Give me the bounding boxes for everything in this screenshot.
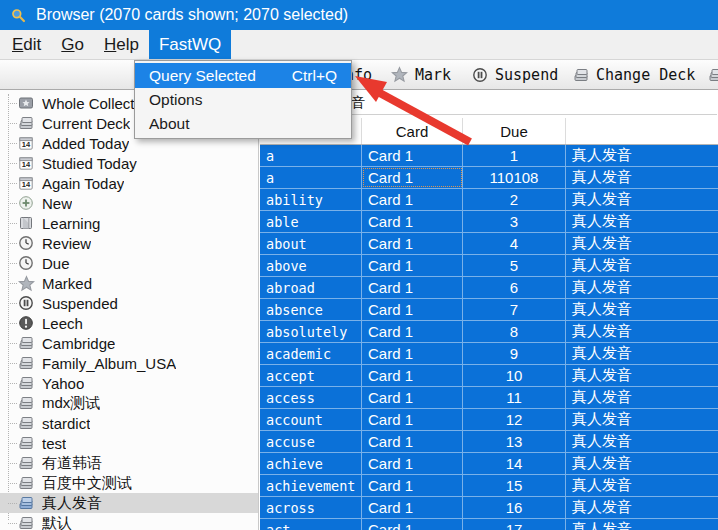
cell-deck[interactable]: 真人发音 bbox=[566, 277, 718, 298]
cell-card[interactable]: Card 1 bbox=[362, 145, 463, 166]
cell-deck[interactable]: 真人发音 bbox=[566, 519, 718, 530]
cell-deck[interactable]: 真人发音 bbox=[566, 321, 718, 342]
sidebar-item-New[interactable]: New bbox=[0, 193, 258, 213]
menu-item-options[interactable]: Options bbox=[135, 88, 351, 112]
cell-sort-field[interactable]: accept bbox=[260, 365, 362, 386]
cell-due[interactable]: 1 bbox=[463, 145, 566, 166]
cell-card[interactable]: Card 1 bbox=[362, 277, 463, 298]
sidebar-item-Due[interactable]: Due bbox=[0, 253, 258, 273]
cell-card[interactable]: Card 1 bbox=[362, 233, 463, 254]
cell-deck[interactable]: 真人发音 bbox=[566, 409, 718, 430]
cell-card[interactable]: Card 1 bbox=[362, 431, 463, 452]
cell-sort-field[interactable]: a bbox=[260, 145, 362, 166]
menu-go[interactable]: Go bbox=[51, 30, 94, 59]
cell-due[interactable]: 7 bbox=[463, 299, 566, 320]
table-row[interactable]: a Card 1 1 真人发音 bbox=[260, 145, 718, 167]
cell-sort-field[interactable]: academic bbox=[260, 343, 362, 364]
mark-button[interactable]: Mark bbox=[391, 60, 451, 89]
cell-deck[interactable]: 真人发音 bbox=[566, 211, 718, 232]
cell-card[interactable]: Card 1 bbox=[362, 409, 463, 430]
sidebar-item-Suspended[interactable]: Suspended bbox=[0, 293, 258, 313]
cell-card[interactable]: Card 1 bbox=[362, 211, 463, 232]
cell-sort-field[interactable]: about bbox=[260, 233, 362, 254]
sidebar-item-Family_Album_USA[interactable]: Family_Album_USA bbox=[0, 353, 258, 373]
cell-due[interactable]: 12 bbox=[463, 409, 566, 430]
cell-deck[interactable]: 真人发音 bbox=[566, 189, 718, 210]
cell-deck[interactable]: 真人发音 bbox=[566, 475, 718, 496]
cell-card[interactable]: Card 1 bbox=[362, 475, 463, 496]
cell-card[interactable]: Card 1 bbox=[362, 497, 463, 518]
cell-card[interactable]: Card 1 bbox=[362, 453, 463, 474]
cell-sort-field[interactable]: achievement bbox=[260, 475, 362, 496]
sidebar-item-百度中文测试[interactable]: 百度中文测试 bbox=[0, 473, 258, 493]
menu-help[interactable]: Help bbox=[94, 30, 149, 59]
cell-due[interactable]: 9 bbox=[463, 343, 566, 364]
cell-deck[interactable]: 真人发音 bbox=[566, 365, 718, 386]
table-row[interactable]: across Card 1 16 真人发音 bbox=[260, 497, 718, 519]
cell-deck[interactable]: 真人发音 bbox=[566, 497, 718, 518]
cell-card[interactable]: Card 1 bbox=[362, 343, 463, 364]
cell-due[interactable]: 15 bbox=[463, 475, 566, 496]
sidebar-item-真人发音[interactable]: 真人发音 bbox=[0, 493, 258, 513]
table-row[interactable]: act Card 1 17 真人发音 bbox=[260, 519, 718, 530]
cell-card[interactable]: Card 1 bbox=[362, 519, 463, 530]
table-row[interactable]: accept Card 1 10 真人发音 bbox=[260, 365, 718, 387]
table-row[interactable]: account Card 1 12 真人发音 bbox=[260, 409, 718, 431]
cell-sort-field[interactable]: account bbox=[260, 409, 362, 430]
cell-due[interactable]: 5 bbox=[463, 255, 566, 276]
cell-deck[interactable]: 真人发音 bbox=[566, 167, 718, 188]
cell-due[interactable]: 14 bbox=[463, 453, 566, 474]
cell-sort-field[interactable]: act bbox=[260, 519, 362, 530]
header-deck[interactable] bbox=[566, 118, 718, 144]
cell-card[interactable]: Card 1 bbox=[362, 365, 463, 386]
sidebar-item-Review[interactable]: Review bbox=[0, 233, 258, 253]
cell-due[interactable]: 8 bbox=[463, 321, 566, 342]
suspend-button[interactable]: Suspend bbox=[472, 60, 558, 89]
cell-due[interactable]: 11 bbox=[463, 387, 566, 408]
cell-due[interactable]: 110108 bbox=[463, 167, 566, 188]
cell-due[interactable]: 4 bbox=[463, 233, 566, 254]
sidebar-item-有道韩语[interactable]: 有道韩语 bbox=[0, 453, 258, 473]
sidebar-item-Leech[interactable]: Leech bbox=[0, 313, 258, 333]
table-row[interactable]: abroad Card 1 6 真人发音 bbox=[260, 277, 718, 299]
cell-deck[interactable]: 真人发音 bbox=[566, 343, 718, 364]
table-row[interactable]: achieve Card 1 14 真人发音 bbox=[260, 453, 718, 475]
cell-sort-field[interactable]: across bbox=[260, 497, 362, 518]
cell-sort-field[interactable]: absolutely bbox=[260, 321, 362, 342]
cell-deck[interactable]: 真人发音 bbox=[566, 299, 718, 320]
table-row[interactable]: above Card 1 5 真人发音 bbox=[260, 255, 718, 277]
cell-sort-field[interactable]: access bbox=[260, 387, 362, 408]
sidebar-item-test[interactable]: test bbox=[0, 433, 258, 453]
sidebar-item-Learning[interactable]: Learning bbox=[0, 213, 258, 233]
sidebar-item-Studied Today[interactable]: 14 Studied Today bbox=[0, 153, 258, 173]
cell-sort-field[interactable]: accuse bbox=[260, 431, 362, 452]
table-row[interactable]: ability Card 1 2 真人发音 bbox=[260, 189, 718, 211]
table-row[interactable]: about Card 1 4 真人发音 bbox=[260, 233, 718, 255]
table-row[interactable]: academic Card 1 9 真人发音 bbox=[260, 343, 718, 365]
cell-due[interactable]: 3 bbox=[463, 211, 566, 232]
header-due[interactable]: Due bbox=[463, 118, 566, 144]
menu-item-about[interactable]: About bbox=[135, 112, 351, 136]
sidebar-item-mdx测试[interactable]: mdx测试 bbox=[0, 393, 258, 413]
cell-card[interactable]: Card 1 bbox=[362, 189, 463, 210]
change-deck-button[interactable]: Change Deck bbox=[573, 60, 695, 89]
cell-card[interactable]: Card 1 bbox=[362, 321, 463, 342]
cell-deck[interactable]: 真人发音 bbox=[566, 145, 718, 166]
sidebar-item-Again Today[interactable]: 14 Again Today bbox=[0, 173, 258, 193]
table-row[interactable]: achievement Card 1 15 真人发音 bbox=[260, 475, 718, 497]
cell-card[interactable]: Card 1 bbox=[362, 387, 463, 408]
cell-due[interactable]: 10 bbox=[463, 365, 566, 386]
header-card[interactable]: Card bbox=[362, 118, 463, 144]
sidebar-item-默认[interactable]: 默认 bbox=[0, 513, 258, 530]
sidebar-item-Cambridge[interactable]: Cambridge bbox=[0, 333, 258, 353]
cell-deck[interactable]: 真人发音 bbox=[566, 453, 718, 474]
sidebar-item-stardict[interactable]: stardict bbox=[0, 413, 258, 433]
cell-card[interactable]: Card 1 bbox=[362, 167, 463, 188]
cell-sort-field[interactable]: absence bbox=[260, 299, 362, 320]
table-row[interactable]: a Card 1 110108 真人发音 bbox=[260, 167, 718, 189]
table-row[interactable]: access Card 1 11 真人发音 bbox=[260, 387, 718, 409]
sidebar-item-Marked[interactable]: Marked bbox=[0, 273, 258, 293]
cell-sort-field[interactable]: a bbox=[260, 167, 362, 188]
cell-deck[interactable]: 真人发音 bbox=[566, 233, 718, 254]
menu-fastwq[interactable]: FastWQ bbox=[149, 30, 231, 59]
